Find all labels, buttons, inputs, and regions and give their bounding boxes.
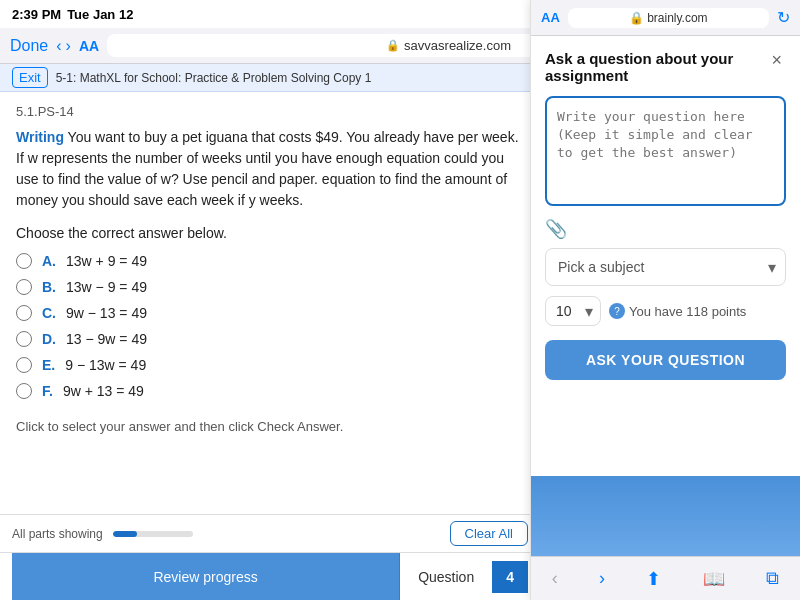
time: 2:39 PM bbox=[12, 7, 61, 22]
forward-button[interactable]: › bbox=[66, 37, 71, 55]
problem-id: 5.1.PS-14 bbox=[16, 104, 524, 119]
option-a-letter: A. bbox=[42, 253, 56, 269]
main-bottom-area: Review progress Question 4 bbox=[0, 552, 540, 600]
list-item: E. 9 − 13w = 49 bbox=[16, 357, 524, 373]
all-parts-label: All parts showing bbox=[12, 527, 103, 541]
option-c-letter: C. bbox=[42, 305, 56, 321]
brainly-url-bar[interactable]: 🔒 brainly.com bbox=[568, 8, 769, 28]
day: Tue Jan 12 bbox=[67, 7, 133, 22]
brainly-refresh-button[interactable]: ↻ bbox=[777, 8, 790, 27]
answer-options: A. 13w + 9 = 49 B. 13w − 9 = 49 C. 9w − … bbox=[16, 253, 524, 399]
option-c-radio[interactable] bbox=[16, 305, 32, 321]
option-f-expr: 9w + 13 = 49 bbox=[63, 383, 144, 399]
option-d-radio[interactable] bbox=[16, 331, 32, 347]
option-d-expr: 13 − 9w = 49 bbox=[66, 331, 147, 347]
done-button[interactable]: Done bbox=[10, 37, 48, 55]
brainly-url-text: brainly.com bbox=[647, 11, 707, 25]
list-item: C. 9w − 13 = 49 bbox=[16, 305, 524, 321]
exit-button[interactable]: Exit bbox=[12, 67, 48, 88]
option-a-radio[interactable] bbox=[16, 253, 32, 269]
ask-question-button[interactable]: ASK YOUR QUESTION bbox=[545, 340, 786, 380]
option-b-letter: B. bbox=[42, 279, 56, 295]
option-e-letter: E. bbox=[42, 357, 55, 373]
nav-arrows: ‹ › bbox=[56, 37, 71, 55]
option-d-letter: D. bbox=[42, 331, 56, 347]
brainly-share-icon[interactable]: ⬆ bbox=[646, 568, 661, 590]
clear-all-button[interactable]: Clear All bbox=[450, 521, 528, 546]
progress-fill bbox=[113, 531, 137, 537]
points-help-icon[interactable]: ? bbox=[609, 303, 625, 319]
points-label: You have 118 points bbox=[629, 304, 746, 319]
subject-select[interactable]: Pick a subject Mathematics Science Engli… bbox=[545, 248, 786, 286]
option-c-expr: 9w − 13 = 49 bbox=[66, 305, 147, 321]
list-item: B. 13w − 9 = 49 bbox=[16, 279, 524, 295]
lock-icon: 🔒 bbox=[386, 39, 400, 52]
brainly-title: Ask a question about your assignment bbox=[545, 50, 767, 84]
points-info: ? You have 118 points bbox=[609, 303, 746, 319]
main-content: 5.1.PS-14 Writing You want to buy a pet … bbox=[0, 92, 540, 552]
option-b-expr: 13w − 9 = 49 bbox=[66, 279, 147, 295]
brainly-browser-nav: AA 🔒 brainly.com ↻ bbox=[531, 0, 800, 36]
question-label: Question bbox=[408, 569, 484, 585]
question-number: 4 bbox=[492, 561, 528, 593]
option-b-radio[interactable] bbox=[16, 279, 32, 295]
brainly-forward-icon[interactable]: › bbox=[599, 568, 605, 589]
close-button[interactable]: × bbox=[767, 50, 786, 71]
status-bar-left: 2:39 PM Tue Jan 12 bbox=[12, 7, 133, 22]
controls-bar: All parts showing Clear All bbox=[0, 514, 540, 552]
subject-select-wrapper: Pick a subject Mathematics Science Engli… bbox=[545, 248, 786, 286]
progress-bar bbox=[113, 531, 193, 537]
list-item: F. 9w + 13 = 49 bbox=[16, 383, 524, 399]
attachment-icon[interactable]: 📎 bbox=[545, 218, 786, 240]
problem-text: Writing You want to buy a pet iguana tha… bbox=[16, 127, 524, 211]
brainly-header: Ask a question about your assignment × bbox=[545, 50, 786, 84]
question-input[interactable] bbox=[545, 96, 786, 206]
option-e-expr: 9 − 13w = 49 bbox=[65, 357, 146, 373]
option-f-radio[interactable] bbox=[16, 383, 32, 399]
back-button[interactable]: ‹ bbox=[56, 37, 61, 55]
option-f-letter: F. bbox=[42, 383, 53, 399]
brainly-panel: AA 🔒 brainly.com ↻ Ask a question about … bbox=[530, 0, 800, 600]
brainly-bottom-area bbox=[531, 476, 800, 556]
review-progress-tab[interactable]: Review progress bbox=[12, 553, 400, 601]
brainly-back-icon[interactable]: ‹ bbox=[552, 568, 558, 589]
problem-body: You want to buy a pet iguana that costs … bbox=[16, 129, 519, 208]
points-select-wrapper: 10 25 50 ▾ bbox=[545, 296, 601, 326]
brainly-content: Ask a question about your assignment × 📎… bbox=[531, 36, 800, 476]
points-row: 10 25 50 ▾ ? You have 118 points bbox=[545, 296, 786, 326]
writing-label: Writing bbox=[16, 129, 64, 145]
text-size-button[interactable]: AA bbox=[79, 38, 99, 54]
brainly-lock-icon: 🔒 bbox=[629, 11, 644, 25]
url-text: savvasrealize.com bbox=[404, 38, 511, 53]
list-item: A. 13w + 9 = 49 bbox=[16, 253, 524, 269]
brainly-aa-button[interactable]: AA bbox=[541, 10, 560, 25]
option-e-radio[interactable] bbox=[16, 357, 32, 373]
assignment-title: 5-1: MathXL for School: Practice & Probl… bbox=[56, 71, 372, 85]
option-a-expr: 13w + 9 = 49 bbox=[66, 253, 147, 269]
brainly-bottom-nav: ‹ › ⬆ 📖 ⧉ bbox=[531, 556, 800, 600]
brainly-bookmarks-icon[interactable]: 📖 bbox=[703, 568, 725, 590]
brainly-tabs-icon[interactable]: ⧉ bbox=[766, 568, 779, 589]
points-select[interactable]: 10 25 50 bbox=[545, 296, 601, 326]
instruction-text: Click to select your answer and then cli… bbox=[16, 419, 524, 434]
list-item: D. 13 − 9w = 49 bbox=[16, 331, 524, 347]
choose-text: Choose the correct answer below. bbox=[16, 225, 524, 241]
